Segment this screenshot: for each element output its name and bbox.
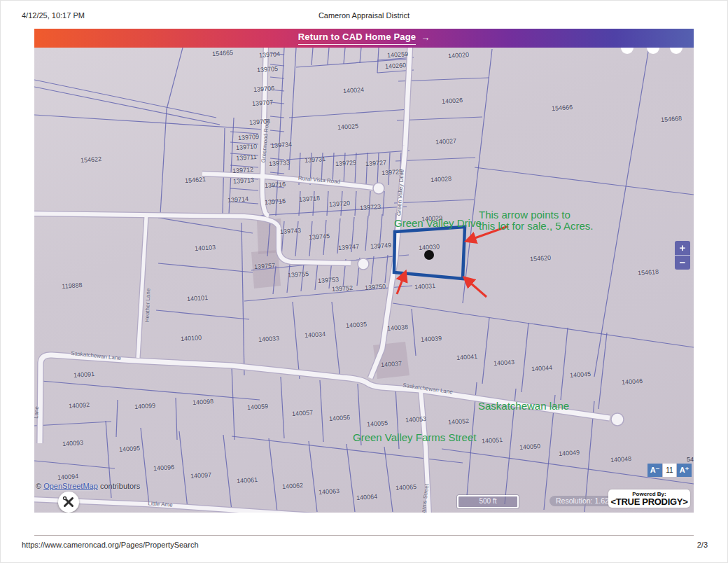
map-tools-button[interactable] bbox=[58, 492, 79, 513]
print-url: https://www.cameroncad.org/Pages/Propert… bbox=[22, 541, 199, 549]
annotation-arrow-note-line2: this lot for sale., 5 Acres. bbox=[479, 221, 593, 232]
zoom-in-button[interactable]: + bbox=[675, 241, 690, 255]
annotation-green-valley-farms-street: Green Valley Farms Street bbox=[353, 432, 476, 443]
selected-lot-dot bbox=[424, 250, 434, 260]
clipped-parcel-label: 54 bbox=[687, 456, 694, 463]
openstreetmap-link[interactable]: OpenStreetMap bbox=[43, 482, 98, 490]
red-arrow bbox=[465, 278, 486, 297]
map-canvas[interactable]: 1546651397041397051397061397071397081397… bbox=[34, 48, 694, 513]
print-title: Cameron Appraisal District bbox=[1, 11, 727, 20]
red-arrow bbox=[397, 272, 405, 294]
annotation-arrow-note: This arrow points to this lot for sale.,… bbox=[479, 209, 593, 232]
annotation-layer bbox=[394, 226, 508, 297]
zoom-control: + − bbox=[675, 241, 690, 270]
true-prodigy-logo[interactable]: Powered By: <TRUE PRODIGY> bbox=[608, 489, 690, 508]
tools-icon bbox=[62, 496, 75, 508]
font-size-value: 11 bbox=[663, 464, 676, 477]
road-casings bbox=[34, 48, 610, 513]
font-decrease-button[interactable]: A⁻ bbox=[648, 464, 662, 477]
contributors-text: contributors bbox=[100, 482, 140, 490]
annotation-green-valley-drive: Green Valley Drive bbox=[394, 218, 482, 229]
osm-attribution: © OpenStreetMap contributors bbox=[36, 482, 140, 490]
font-size-control: A⁻ 11 A⁺ bbox=[648, 464, 692, 477]
map-scale-bar: 500 ft bbox=[457, 495, 519, 508]
zoom-out-button[interactable]: − bbox=[675, 255, 690, 270]
copyright-symbol: © bbox=[36, 482, 41, 490]
annotation-saskatchewan-lane: Saskatchewan lane bbox=[478, 401, 569, 412]
return-banner-label: Return to CAD Home Page bbox=[298, 32, 416, 45]
resolution-badge: Resolution: 1.62 bbox=[550, 496, 615, 506]
print-page-number: 2/3 bbox=[697, 541, 708, 549]
footer-separator bbox=[34, 535, 694, 536]
true-prodigy-text: <TRUE PRODIGY> bbox=[608, 497, 690, 506]
right-arrow-icon: → bbox=[421, 32, 430, 45]
print-preview-page: { "page": { "print_header": { "datetime"… bbox=[0, 0, 728, 563]
return-to-cad-home-link[interactable]: Return to CAD Home Page → bbox=[34, 29, 694, 48]
roads bbox=[34, 48, 610, 513]
font-increase-button[interactable]: A⁺ bbox=[677, 464, 692, 477]
annotation-arrow-note-line1: This arrow points to bbox=[479, 209, 593, 221]
